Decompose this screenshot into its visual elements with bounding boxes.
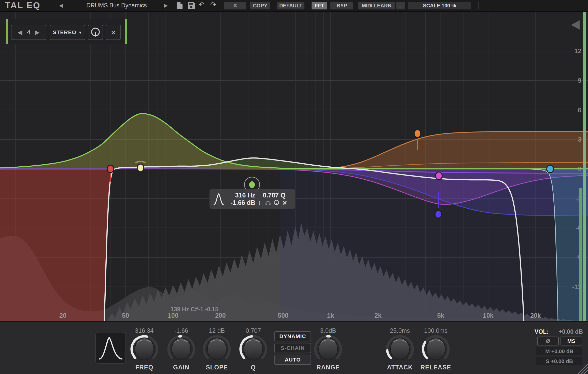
svg-text:500: 500 — [278, 312, 288, 319]
q-knob[interactable]: 0.707Q — [237, 327, 270, 371]
bell-filter-icon — [96, 332, 125, 363]
svg-text:200: 200 — [215, 312, 226, 319]
phase-invert-button[interactable]: Ø — [537, 337, 559, 345]
band-header-panel: ◀ 4 ▶ STEREO ▼ × — [6, 19, 127, 44]
redo-icon[interactable]: ↷ — [210, 1, 216, 9]
undo-icon[interactable]: ↶ — [199, 1, 204, 9]
bottom-control-bar: 316.34FREQ-1.66GAIN12 dBSLOPE0.707Q3.0dB… — [0, 321, 588, 374]
slope-knob-label: SLOPE — [206, 364, 228, 371]
svg-text:20: 20 — [59, 312, 66, 319]
bypass-button[interactable]: BYP — [330, 2, 353, 9]
tooltip-gain: -1.66 dB — [225, 199, 255, 206]
release-knob[interactable]: 100.0msRELEASE — [419, 327, 452, 371]
band-listen-button[interactable] — [88, 25, 103, 40]
band-number: 4 — [25, 29, 32, 36]
band-prev-icon[interactable]: ◀ — [15, 29, 25, 36]
q-knob-value: 0.707 — [246, 327, 261, 334]
band-dot-cyan[interactable] — [547, 165, 553, 173]
svg-text:2k: 2k — [374, 312, 382, 319]
band-dot-red[interactable] — [107, 165, 114, 173]
attack-knob-value: 25.0ms — [390, 327, 410, 334]
sidechain-toggle[interactable]: S-CHAIN — [274, 343, 311, 353]
release-knob-label: RELEASE — [421, 364, 451, 371]
release-knob-value: 100.0ms — [424, 327, 447, 334]
preset-name[interactable]: DRUMS Bus Dynamics — [81, 2, 152, 9]
midi-learn-button[interactable]: MIDI LEARN — [358, 2, 395, 9]
attack-knob[interactable]: 25.0msATTACK — [383, 327, 416, 371]
output-volume-row: VOL: +0.00 dB — [535, 328, 583, 335]
svg-text:1k: 1k — [327, 312, 334, 319]
close-icon[interactable]: × — [281, 199, 289, 206]
resize-handle[interactable] — [576, 362, 588, 374]
band-accent-bar-right — [125, 19, 127, 44]
ab-compare-button[interactable]: A / B — [224, 2, 246, 9]
freq-knob-label: FREQ — [135, 364, 153, 371]
band-select-stepper[interactable]: ◀ 4 ▶ — [11, 25, 46, 40]
filter-type-button[interactable] — [95, 332, 126, 364]
toolbar: TAL EQ ◀ DRUMS Bus Dynamics ▶ ↶ ↷ A / B … — [0, 0, 588, 12]
q-knob-label: Q — [251, 364, 256, 371]
more-options-button[interactable]: ... — [396, 2, 405, 9]
band-accent-bar-left — [6, 19, 8, 44]
band-dot-magenta[interactable] — [436, 172, 442, 180]
mid-side-button[interactable]: MS — [561, 337, 582, 345]
fft-toggle-button[interactable]: FFT — [312, 2, 327, 9]
band-next-icon[interactable]: ▶ — [32, 29, 43, 36]
tooltip-frequency: 316 Hz — [225, 192, 255, 199]
attack-knob-label: ATTACK — [387, 364, 413, 371]
save-preset-icon[interactable] — [186, 2, 196, 10]
side-gain-readout[interactable]: S +0.00 dB — [536, 357, 582, 365]
chevron-down-icon: ▼ — [78, 30, 82, 35]
svg-text:12: 12 — [574, 47, 581, 55]
channel-mode-label: STEREO — [53, 29, 76, 35]
volume-label: VOL: — [535, 328, 549, 335]
app-logo: TAL EQ — [5, 0, 41, 10]
ab-b-label: B — [233, 3, 237, 9]
slope-knob-value: 12 dB — [209, 327, 225, 334]
copy-button[interactable]: COPY — [250, 2, 270, 9]
level-meter-secondary — [579, 188, 582, 321]
band-dot-yellow[interactable] — [137, 164, 144, 172]
eq-graph[interactable]: 129630-3-6-9-12139 Hz C#-1 -0.1520501002… — [0, 0, 588, 374]
headphone-listen-icon[interactable] — [264, 199, 272, 206]
range-knob[interactable]: 3.0dBRANGE — [312, 327, 345, 371]
band-tooltip: 316 Hz 0.707 Q -1.66 dB ↕ × — [209, 189, 295, 209]
volume-value[interactable]: +0.00 dB — [559, 328, 583, 335]
gain-knob-label: GAIN — [173, 364, 189, 371]
scale-button[interactable]: SCALE 100 % — [408, 2, 471, 9]
band-dot-orange[interactable] — [414, 130, 421, 137]
freq-knob-value: 316.34 — [135, 327, 153, 334]
svg-text:6: 6 — [578, 106, 581, 114]
toolbar-divider — [478, 2, 479, 9]
knob-icon[interactable] — [272, 199, 281, 206]
gain-knob[interactable]: -1.66GAIN — [165, 327, 198, 371]
svg-text:100: 100 — [168, 312, 178, 319]
drag-vertical-icon[interactable]: ↕ — [255, 199, 264, 206]
freq-knob[interactable]: 316.34FREQ — [128, 327, 161, 371]
bell-filter-icon — [213, 192, 224, 206]
channel-mode-dropdown[interactable]: STEREO ▼ — [50, 25, 85, 40]
new-preset-icon[interactable] — [175, 2, 185, 10]
svg-text:10k: 10k — [483, 312, 494, 319]
tal-eq-plugin-window: 129630-3-6-9-12139 Hz C#-1 -0.1520501002… — [0, 0, 588, 374]
knob-icon — [90, 27, 101, 38]
band-dot-violet[interactable] — [435, 210, 442, 218]
next-preset-button[interactable]: ▶ — [164, 2, 168, 8]
tooltip-q-label: Q — [279, 192, 287, 199]
svg-text:5k: 5k — [437, 312, 444, 319]
auto-toggle[interactable]: AUTO — [274, 355, 311, 365]
band-delete-button[interactable]: × — [106, 25, 121, 40]
band-dot-green[interactable] — [249, 181, 255, 189]
slope-knob[interactable]: 12 dBSLOPE — [200, 327, 233, 371]
level-meter-main — [583, 11, 586, 321]
prev-preset-button[interactable]: ◀ — [59, 2, 63, 8]
range-knob-label: RANGE — [316, 364, 340, 371]
dynamic-toggle[interactable]: DYNAMIC — [274, 331, 311, 341]
default-button[interactable]: DEFAULT — [277, 2, 304, 9]
curve-fill-band-red-hpf — [0, 169, 114, 321]
mid-gain-readout[interactable]: M +0.00 dB — [536, 347, 582, 355]
svg-text:20k: 20k — [530, 312, 541, 319]
range-knob-value: 3.0dB — [320, 327, 336, 334]
svg-text:50: 50 — [122, 312, 129, 319]
tooltip-q-value: 0.707 — [255, 192, 279, 199]
